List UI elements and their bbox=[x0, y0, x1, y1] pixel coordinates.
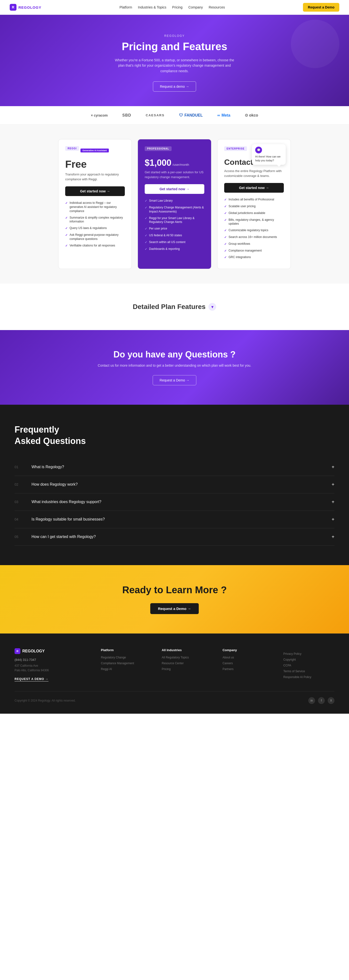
faq-left-2: 02 How does Regology work? bbox=[14, 482, 78, 487]
chat-avatar-icon: 💬 bbox=[255, 146, 262, 153]
cta-banner-title: Ready to Learn More ? bbox=[10, 584, 339, 595]
logo-icon: R bbox=[10, 4, 16, 11]
nav-resources[interactable]: Resources bbox=[209, 5, 225, 9]
faq-left-1: 01 What is Regology? bbox=[14, 465, 64, 469]
pro-feature-3: Reggi for your Smart Law Library & Regul… bbox=[145, 216, 204, 224]
nav-logo[interactable]: R REGOLOGY bbox=[10, 4, 41, 11]
caesars-text: CAESARS bbox=[146, 113, 164, 117]
faq-item-4[interactable]: 04 Is Regology suitable for small busine… bbox=[14, 511, 335, 528]
hero-cta-button[interactable]: Request a demo → bbox=[153, 81, 196, 92]
fanduel-text: FANDUEL bbox=[185, 113, 203, 118]
footer: R REGOLOGY (844) 311-7347 437 California… bbox=[0, 633, 349, 714]
enterprise-plan-description: Access the entire Regology Platform with… bbox=[224, 169, 284, 178]
footer-col-industries: All Industries All Regulatory Topics Res… bbox=[162, 648, 213, 681]
footer-phone: (844) 311-7347 bbox=[14, 658, 91, 662]
pro-feature-6: Search within all US content bbox=[145, 240, 204, 245]
footer-link-regulatory-change[interactable]: Regulatory Change bbox=[101, 656, 152, 659]
faq-left-4: 04 Is Regology suitable for small busine… bbox=[14, 517, 105, 522]
logo-sbd: SBD bbox=[123, 113, 131, 118]
faq-item-1[interactable]: 01 What is Regology? + bbox=[14, 458, 335, 476]
nav-request-demo-button[interactable]: Request a Demo bbox=[303, 3, 339, 12]
cta-banner-section: Ready to Learn More ? Request a Demo → bbox=[0, 565, 349, 633]
faq-expand-icon-4[interactable]: + bbox=[331, 517, 335, 522]
ent-feature-8: Compliance management bbox=[224, 249, 284, 253]
logo-text: REGOLOGY bbox=[18, 5, 41, 10]
hero-label: REGOLOGY bbox=[10, 34, 339, 38]
chevron-down-icon[interactable]: ▾ bbox=[209, 303, 216, 311]
faq-num-3: 03 bbox=[14, 500, 22, 504]
faq-item-3[interactable]: 03 What industries does Regology support… bbox=[14, 493, 335, 511]
faq-title: Frequently Asked Questions bbox=[14, 424, 335, 447]
pricing-section: REGGI Generative AI Assistant Free Trans… bbox=[0, 124, 349, 283]
footer-link-terms[interactable]: Terms of Service bbox=[283, 670, 335, 673]
footer-brand: R REGOLOGY (844) 311-7347 437 California… bbox=[14, 648, 91, 681]
faq-item-2[interactable]: 02 How does Regology work? + bbox=[14, 476, 335, 493]
free-plan-card: REGGI Generative AI Assistant Free Trans… bbox=[58, 139, 132, 269]
footer-demo-button[interactable]: REQUEST A DEMO → bbox=[14, 677, 48, 681]
footer-link-all-reg-topics[interactable]: All Regulatory Topics bbox=[162, 656, 213, 659]
faq-question-2: How does Regology work? bbox=[32, 482, 78, 487]
faq-expand-icon-1[interactable]: + bbox=[331, 464, 335, 470]
professional-plan-features: Smart Law Library Regulatory Change Mana… bbox=[145, 199, 204, 251]
footer-grid: R REGOLOGY (844) 311-7347 437 California… bbox=[14, 648, 335, 681]
professional-plan-description: Get started with a per-user solution for… bbox=[145, 170, 204, 179]
free-plan-cta-button[interactable]: Get started now → bbox=[65, 186, 125, 196]
footer-link-privacy[interactable]: Privacy Policy bbox=[283, 652, 335, 655]
footer-col-legal: Privacy Policy Copyright CCPA Terms of S… bbox=[283, 648, 335, 681]
enterprise-plan-card: 💬 Hi there! How can we help you today? E… bbox=[217, 139, 291, 269]
footer-logo: R REGOLOGY bbox=[14, 648, 91, 654]
enterprise-plan-cta-button[interactable]: Get started now → bbox=[224, 183, 284, 192]
footer-col-industries-title: All Industries bbox=[162, 648, 213, 652]
footer-logo-text: REGOLOGY bbox=[22, 649, 45, 653]
free-badge: REGGI bbox=[65, 146, 79, 151]
nav-company[interactable]: Company bbox=[188, 5, 203, 9]
faq-num-2: 02 bbox=[14, 482, 22, 486]
footer-link-ccpa[interactable]: CCPA bbox=[283, 664, 335, 667]
footer-col-company: Company About us Careers Partners bbox=[223, 648, 274, 681]
faq-expand-icon-5[interactable]: + bbox=[331, 534, 335, 540]
faq-question-5: How can I get started with Regology? bbox=[32, 535, 96, 539]
facebook-icon[interactable]: f bbox=[318, 697, 325, 704]
questions-cta-button[interactable]: Request a Demo → bbox=[153, 375, 196, 385]
ent-feature-9: GRC integrations bbox=[224, 255, 284, 259]
footer-link-reggi-ai[interactable]: Reggi AI bbox=[101, 667, 152, 671]
nav-industries[interactable]: Industries & Topics bbox=[138, 5, 166, 9]
hero-title: Pricing and Features bbox=[10, 40, 339, 52]
ai-badge: Generative AI Assistant bbox=[80, 148, 108, 153]
faq-left-3: 03 What industries does Regology support… bbox=[14, 500, 101, 504]
pro-feature-7: Dashboards & reporting bbox=[145, 247, 204, 251]
footer-link-compliance[interactable]: Compliance Management bbox=[101, 662, 152, 665]
questions-section: Do you have any Questions ? Contact us f… bbox=[0, 330, 349, 405]
free-plan-price: Free bbox=[65, 159, 125, 170]
footer-link-responsible-ai[interactable]: Responsible AI Policy bbox=[283, 675, 335, 679]
twitter-x-icon[interactable]: X bbox=[328, 697, 335, 704]
enterprise-badge: ENTERPRISE bbox=[224, 146, 247, 151]
faq-expand-icon-2[interactable]: + bbox=[331, 482, 335, 487]
faq-num-1: 01 bbox=[14, 465, 22, 469]
cta-banner-button[interactable]: Request a Demo → bbox=[150, 603, 199, 614]
chat-bubble-text: Hi there! How can we help you today? bbox=[255, 155, 280, 162]
ent-feature-4: Bills, regulatory changes, & agency upda… bbox=[224, 218, 284, 226]
questions-title: Do you have any Questions ? bbox=[10, 350, 339, 360]
footer-link-careers[interactable]: Careers bbox=[223, 662, 274, 665]
faq-expand-icon-3[interactable]: + bbox=[331, 499, 335, 505]
hero-section: REGOLOGY Pricing and Features Whether yo… bbox=[0, 15, 349, 106]
footer-link-pricing[interactable]: Pricing bbox=[162, 667, 213, 671]
faq-left-5: 05 How can I get started with Regology? bbox=[14, 535, 96, 539]
faq-item-5[interactable]: 05 How can I get started with Regology? … bbox=[14, 528, 335, 546]
footer-link-copyright[interactable]: Copyright bbox=[283, 658, 335, 661]
footer-link-about[interactable]: About us bbox=[223, 656, 274, 659]
nav-platform[interactable]: Platform bbox=[120, 5, 132, 9]
nav-pricing[interactable]: Pricing bbox=[172, 5, 183, 9]
free-feature-2: Summarize & simplify complex regulatory … bbox=[65, 216, 125, 224]
logos-bar: × cyracom SBD CAESARS 🛡 FANDUEL ∞ Meta ⊙… bbox=[0, 106, 349, 124]
professional-plan-cta-button[interactable]: Get started now → bbox=[145, 184, 204, 194]
meta-icon: ∞ bbox=[217, 113, 220, 118]
faq-question-1: What is Regology? bbox=[32, 465, 64, 469]
enterprise-plan-features: Includes all benefits of Professional Sc… bbox=[224, 197, 284, 259]
linkedin-icon[interactable]: in bbox=[308, 697, 315, 704]
footer-link-partners[interactable]: Partners bbox=[223, 667, 274, 671]
professional-plan-card: PROFESSIONAL $1,000 /user/month Get star… bbox=[138, 139, 211, 269]
free-feature-4: Ask Reggi general-purpose regulatory com… bbox=[65, 233, 125, 241]
footer-link-resource-center[interactable]: Resource Center bbox=[162, 662, 213, 665]
